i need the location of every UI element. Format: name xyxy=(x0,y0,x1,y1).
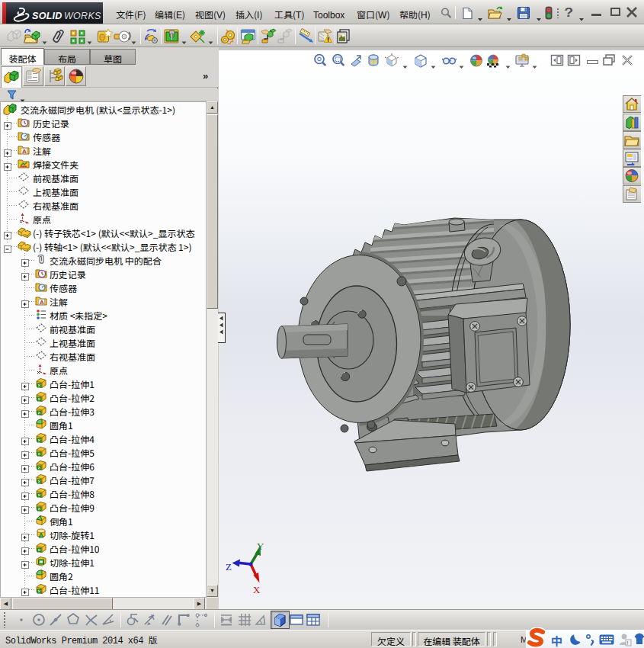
svg-text:Z: Z xyxy=(226,561,232,573)
svg-text:X: X xyxy=(253,584,261,595)
svg-text:WORKS: WORKS xyxy=(64,11,101,21)
svg-text:!: ! xyxy=(627,640,629,646)
svg-text:SOLID: SOLID xyxy=(32,11,62,21)
svg-text:A: A xyxy=(40,299,44,306)
svg-text:Y: Y xyxy=(257,541,264,552)
svg-text:A: A xyxy=(22,148,27,155)
